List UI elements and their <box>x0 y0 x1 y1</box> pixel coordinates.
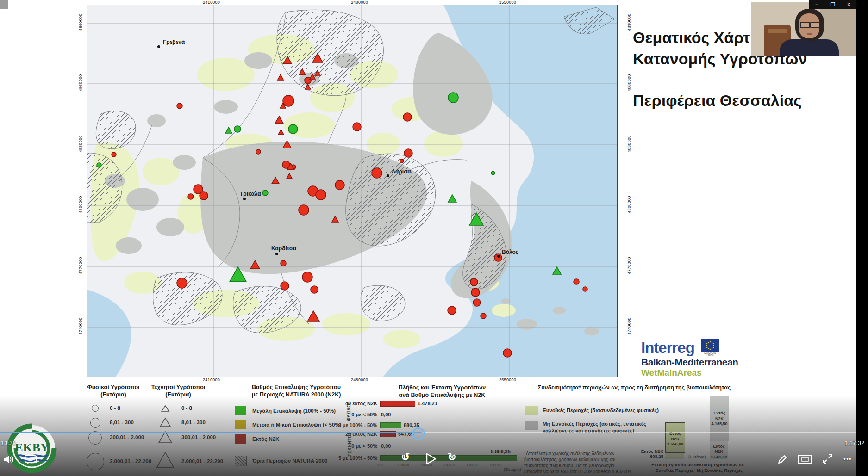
interreg-logo: Interreg EUROPEAN UNION Balkan-Mediterra… <box>641 339 738 378</box>
map-ytick-right: 4890000 <box>627 13 631 31</box>
restore-button[interactable]: ❐ <box>831 1 836 8</box>
fullscreen-icon[interactable] <box>822 453 833 464</box>
connectivity-swatch-unfavorable <box>525 421 538 430</box>
legend-artificial-unit: (Εκτάρια) <box>165 391 191 398</box>
legend-natural-class: 2.000,01 - 22.200 <box>110 458 151 464</box>
rewind-10-button[interactable]: ↺ 10 <box>401 451 410 460</box>
map-ytick-right: 4740000 <box>627 317 631 334</box>
map-ytick-left: 4800000 <box>78 196 83 213</box>
eu-flag-icon <box>701 339 719 352</box>
legend-triangle-size1 <box>160 404 171 413</box>
connectivity-label-unfavorable-line1: Μη Ευνοϊκές Περιοχές (αστικές, εντατικές <box>543 421 646 427</box>
window-controls: − ❐ × <box>809 0 856 9</box>
map-ytick-left: 4890000 <box>78 13 83 31</box>
thematic-map: Γρεβενά Τρίκαλα Λάρισα Καρδίτσα Βόλος <box>87 5 618 377</box>
seekbar-played[interactable] <box>0 432 422 433</box>
interreg-brand-text: Interreg <box>641 339 694 357</box>
stackbar2-inside-value: 4.165,50 <box>711 421 727 426</box>
stackbar1-outside-label: Εκτός N2K 608,25 <box>639 449 663 459</box>
legend-overlap-title-line2: με Περιοχές NATURA 2000 (N2K) <box>252 391 341 398</box>
chart-category: 40 εκτός N2K <box>324 401 377 406</box>
connectivity-title: Συνδεσιμότητα* περιοχών ως προς τη διατή… <box>528 384 741 392</box>
chat-icon[interactable] <box>24 454 37 465</box>
sea-southwest <box>87 290 131 377</box>
map-ytick-left: 4740000 <box>78 317 83 334</box>
map-xtick-top: 2410000 <box>203 0 220 5</box>
map-ytick-left: 4770000 <box>78 257 83 274</box>
seekbar-remaining[interactable] <box>422 432 868 433</box>
minimize-button[interactable]: − <box>815 1 818 8</box>
volume-icon[interactable] <box>3 454 15 464</box>
stackbar1-outside-value: 608,25 <box>650 454 663 459</box>
legend-overlap-swatch-medium <box>235 420 246 429</box>
interreg-project-text: WetMainAreas <box>641 368 738 378</box>
play-button[interactable] <box>425 452 437 465</box>
picture-in-picture-icon[interactable] <box>798 455 812 464</box>
slide-title-line1: Θεματικός Χάρτ <box>633 29 750 47</box>
legend-circle-size2 <box>90 418 100 428</box>
chart-value: 0,00 <box>381 412 391 417</box>
chart-value: 1.478,21 <box>418 401 437 406</box>
close-button[interactable]: × <box>847 1 850 8</box>
map-xtick-bottom: 2480000 <box>351 377 368 382</box>
stackbar2-inside-box: Εντός N2K 4.165,50 <box>710 396 729 441</box>
annotate-pencil-icon[interactable] <box>777 454 788 465</box>
stackbar1-outside-name: Εκτός N2K <box>641 449 663 454</box>
rewind-amount: 10 <box>403 455 408 460</box>
legend-natural-class: 0 - 8 <box>110 405 120 411</box>
stackbar2-category-line1: Έκταση Υγροτόπων σε <box>695 462 743 467</box>
chart-category: 0 με < 50% <box>324 412 377 417</box>
stackbar1-inside-value: 2.556,88 <box>667 442 683 446</box>
stackbar2-inside-name: Εντός N2K <box>713 411 725 421</box>
webcam-chair-slat <box>768 29 787 33</box>
window-edge-black-column <box>856 0 868 476</box>
ekby-logo: EKBY <box>6 422 58 475</box>
chart-category: 6 με 100% - 50% <box>324 422 377 428</box>
map-xtick-bottom: 2550000 <box>499 377 516 382</box>
legend-natura-label: Όρια Περιοχών NATURA 2000 <box>252 458 327 464</box>
legend-overlap-title: Βαθμός Επικάλυψης Υγροτόπου με Περιοχές … <box>234 384 359 398</box>
seekbar-handle[interactable] <box>412 427 425 440</box>
webcam-person-torso <box>780 39 839 56</box>
chart-category: 0 με < 50% <box>324 443 377 449</box>
connectivity-footnote: *Αποτέλεσμα χωρικής ανάλυσης δεδομένων β… <box>524 451 633 475</box>
svg-text:Λάρισα: Λάρισα <box>392 168 411 175</box>
map-ytick-right: 4800000 <box>627 196 631 213</box>
forward-amount: 30 <box>449 455 454 460</box>
legend-circle-size1 <box>92 405 99 412</box>
legend-natural-title-text: Φυσικοί Υγρότοποι <box>87 384 139 390</box>
stackbar2-outside-value: 1.561,92 <box>711 455 727 459</box>
stackbar2-category-line2: Μη Ευνοϊκές Περιοχές <box>697 468 743 473</box>
stackbar1-inside-box: Εντός N2K 2.556,88 <box>665 422 685 453</box>
legend-artificial-title-text: Τεχνητοί Υγρότοποι <box>151 384 206 390</box>
chart-title-line1: Πλήθος και Έκταση Υγροτόπων <box>399 384 486 391</box>
legend-overlap-swatch-outside <box>235 434 246 444</box>
connectivity-unit-label: (Εκτάρια) <box>688 455 706 459</box>
svg-text:Γρεβενά: Γρεβενά <box>163 39 185 45</box>
chart-xtick: 4.000,00 <box>467 464 478 467</box>
legend-overlap-swatch-high <box>235 406 246 415</box>
eu-flag-caption: EUROPEAN UNION <box>701 352 719 357</box>
stackbar1-outside-segment <box>665 453 684 459</box>
webcam-mouth <box>807 33 812 35</box>
chart-unit-label: (Εκτάρια) <box>504 467 521 472</box>
webcam-glasses-left <box>800 22 810 28</box>
legend-circle-size4 <box>87 453 104 470</box>
stackbar1-category-line2: Ευνοϊκές Περιοχές <box>656 468 694 473</box>
legend-artificial-class: 300,01 - 2.000 <box>181 434 216 440</box>
map-ytick-right: 4860000 <box>627 74 631 91</box>
legend-overlap-title-line1: Βαθμός Επικάλυψης Υγροτόπου <box>252 384 341 390</box>
duration: 1:17:32 <box>844 439 864 446</box>
presenter-webcam <box>751 2 856 56</box>
map-ytick-right: 4830000 <box>627 135 631 152</box>
chart-xtick: 1.000,00 <box>397 464 409 467</box>
legend-overlap-label-outside: Εκτός N2K <box>252 436 279 442</box>
chart-xtick: 3.000,00 <box>443 464 455 467</box>
chart-value: 0,00 <box>381 443 391 449</box>
forward-30-button[interactable]: ↻ 30 <box>447 451 456 460</box>
chart-title-line2: ανά Βαθμό Επικάλυψης με N2K <box>399 392 486 398</box>
legend-artificial-title: Τεχνητοί Υγρότοποι (Εκτάρια) <box>141 384 215 398</box>
more-options-button[interactable]: ••• <box>843 455 852 463</box>
legend-overlap-label-high: Μεγάλη Επικάλυψη (100% - 50%) <box>252 408 336 414</box>
slide-title-line3: Περιφέρεια Θεσσαλίας <box>633 92 802 110</box>
